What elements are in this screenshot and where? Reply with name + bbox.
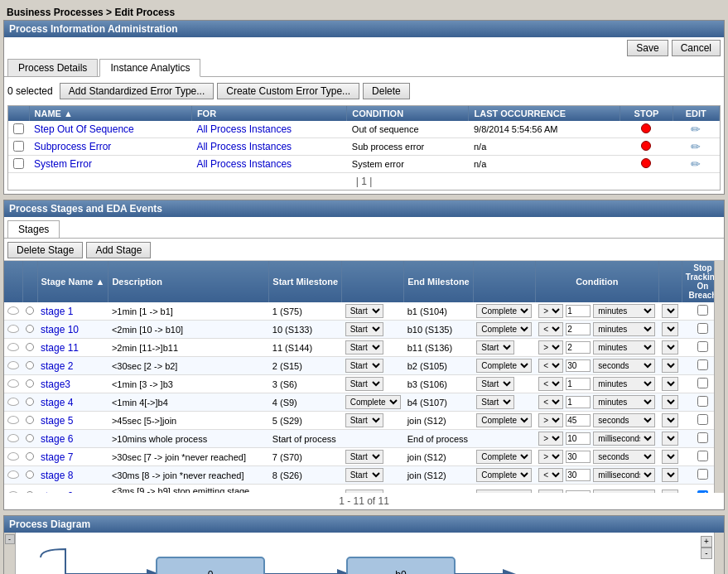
row-checkbox-cell[interactable] [8, 121, 29, 138]
eye-cell[interactable] [4, 430, 22, 448]
cond-val-input[interactable] [566, 490, 591, 494]
start-type-select[interactable]: Start [345, 304, 383, 318]
row-checkbox-cell[interactable] [8, 156, 29, 173]
stop-tracking-checkbox[interactable] [697, 378, 708, 388]
eye-icon[interactable] [7, 452, 19, 461]
cond-unit-select[interactable]: minutes [593, 395, 655, 409]
stop-tracking-checkbox[interactable] [697, 396, 708, 407]
end-type-select[interactable]: Start [476, 340, 514, 355]
cond-val-input[interactable] [566, 414, 591, 427]
radio-cell[interactable] [22, 339, 37, 357]
row-checkbox-cell[interactable] [8, 138, 29, 156]
radio-cell[interactable] [22, 302, 37, 321]
row-edit[interactable]: ✏ [673, 121, 719, 138]
cond-extra[interactable] [658, 466, 682, 485]
cond-extra[interactable] [658, 485, 682, 494]
cond-op-select[interactable]: > [538, 304, 563, 318]
cond-op-select[interactable]: > [538, 413, 563, 427]
radio-icon[interactable] [26, 452, 34, 461]
stop-tracking-checkbox[interactable] [697, 359, 708, 370]
eye-icon[interactable] [7, 398, 19, 406]
add-standardized-button[interactable]: Add Standardized Error Type... [60, 83, 215, 99]
end-type-cell[interactable] [473, 430, 535, 448]
cond-extra-select[interactable] [662, 377, 678, 391]
col-stage-name[interactable]: Stage Name ▲ [37, 261, 108, 302]
cond-op-select[interactable]: > [538, 450, 563, 464]
eye-icon[interactable] [7, 306, 19, 315]
cond-extra[interactable] [658, 339, 682, 357]
cond-extra-select[interactable] [662, 322, 678, 336]
end-type-cell[interactable]: Complete [473, 466, 535, 485]
cond-extra-select[interactable] [662, 490, 678, 494]
cond-extra-select[interactable] [662, 450, 678, 464]
edit-icon[interactable]: ✏ [691, 140, 701, 153]
cond-unit-select[interactable]: minutes [593, 340, 655, 355]
radio-cell[interactable] [22, 430, 37, 448]
edit-icon[interactable]: ✏ [691, 157, 701, 171]
cond-unit-select[interactable]: seconds [593, 450, 655, 464]
stop-tracking-checkbox[interactable] [697, 432, 708, 443]
diagram-scrollbar-right[interactable] [714, 533, 724, 574]
cond-extra[interactable] [658, 393, 682, 412]
radio-cell[interactable] [22, 466, 37, 485]
cancel-button[interactable]: Cancel [672, 40, 721, 56]
eye-cell[interactable] [4, 339, 22, 357]
start-type-select[interactable]: Start [345, 413, 383, 427]
add-stage-button[interactable]: Add Stage [86, 242, 151, 258]
radio-icon[interactable] [26, 306, 34, 315]
cond-val-input[interactable] [566, 323, 591, 335]
eye-icon[interactable] [7, 361, 19, 369]
condition-cell[interactable]: < seconds [535, 357, 658, 375]
cond-val-input[interactable] [566, 305, 591, 317]
eye-icon[interactable] [7, 470, 19, 479]
cond-op-select[interactable]: < [538, 468, 563, 482]
radio-cell[interactable] [22, 485, 37, 494]
edit-icon[interactable]: ✏ [691, 123, 701, 136]
start-type-cell[interactable]: Start [342, 466, 404, 485]
stop-tracking-checkbox[interactable] [697, 414, 708, 425]
condition-cell[interactable]: < minutes [535, 375, 658, 393]
radio-cell[interactable] [22, 412, 37, 430]
stop-tracking-checkbox[interactable] [697, 490, 708, 494]
eye-icon[interactable] [7, 379, 19, 388]
end-type-cell[interactable]: Complete [473, 357, 535, 375]
radio-cell[interactable] [22, 375, 37, 393]
cond-extra-select[interactable] [662, 413, 678, 427]
start-type-cell[interactable] [342, 430, 404, 448]
col-name[interactable]: NAME ▲ [29, 106, 191, 121]
cond-extra[interactable] [658, 302, 682, 321]
cond-extra[interactable] [658, 430, 682, 448]
create-custom-button[interactable]: Create Custom Error Type... [217, 83, 359, 99]
cond-val-input[interactable] [566, 396, 591, 408]
cond-unit-select[interactable]: minutes [593, 322, 655, 336]
stages-scrollbar[interactable] [714, 261, 724, 493]
delete-stage-button[interactable]: Delete Stage [7, 242, 83, 258]
start-type-select[interactable]: Start [345, 490, 383, 494]
cond-extra[interactable] [658, 412, 682, 430]
condition-cell[interactable]: > seconds [535, 412, 658, 430]
start-type-select[interactable]: Start [345, 468, 383, 482]
cond-unit-select[interactable]: milliseconds [593, 432, 655, 446]
radio-cell[interactable] [22, 448, 37, 466]
cond-unit-select[interactable]: milliseconds [593, 468, 655, 482]
row-edit[interactable]: ✏ [673, 138, 719, 156]
tab-stages[interactable]: Stages [7, 220, 60, 238]
stop-tracking-checkbox[interactable] [697, 341, 708, 352]
eye-cell[interactable] [4, 321, 22, 339]
cond-op-select[interactable]: < [538, 322, 563, 336]
start-type-cell[interactable]: Start [342, 302, 404, 321]
row-name[interactable]: Step Out Of Sequence [29, 121, 191, 138]
eye-cell[interactable] [4, 393, 22, 412]
condition-cell[interactable]: < minutes [535, 321, 658, 339]
end-type-cell[interactable]: Complete [473, 412, 535, 430]
start-type-cell[interactable]: Start [342, 375, 404, 393]
end-type-select[interactable]: Complete [476, 304, 532, 318]
stop-tracking-checkbox[interactable] [697, 305, 708, 316]
radio-icon[interactable] [26, 361, 34, 369]
start-type-cell[interactable]: Start [342, 412, 404, 430]
condition-cell[interactable]: > minutes [535, 302, 658, 321]
condition-cell[interactable]: < milliseconds [535, 466, 658, 485]
tab-process-details[interactable]: Process Details [7, 59, 98, 76]
cond-op-select[interactable]: < [538, 359, 563, 373]
start-type-select[interactable]: Start [345, 340, 383, 355]
